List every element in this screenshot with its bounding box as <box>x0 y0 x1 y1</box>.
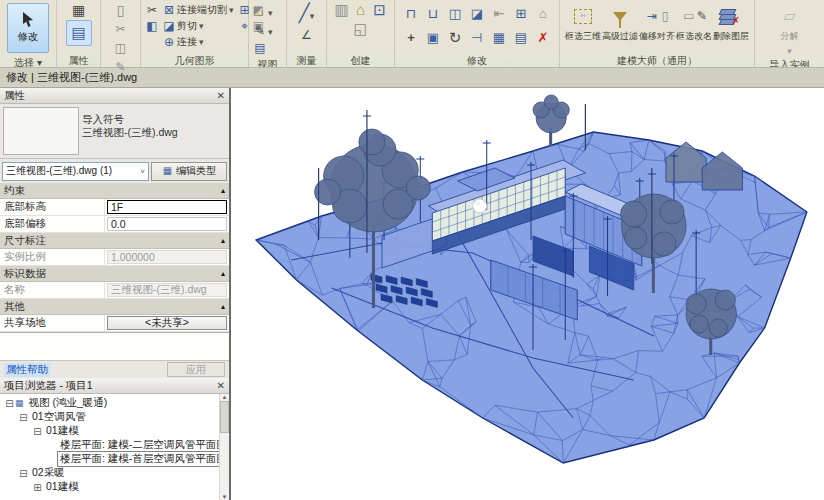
explode-button[interactable]: ▱ 分解 ▾ <box>771 2 808 56</box>
array-icon[interactable]: ⊞ <box>513 6 529 22</box>
import-instance-group-label[interactable]: 导入实例 <box>755 58 824 67</box>
mirror-icon[interactable]: ▦ <box>491 30 507 46</box>
tree-expander-icon[interactable]: ⊟ <box>18 412 29 423</box>
tree-expander-icon[interactable]: ⊟ <box>32 426 43 437</box>
collapse-caret-icon[interactable]: ▴ <box>221 302 225 311</box>
edit-type-button[interactable]: ▦ 编辑类型 <box>151 162 227 181</box>
ribbon-group-master: ◦◦ 框选三维 高级过滤 ⇥▯ 偏移对齐 ▭✎ 框选改名 ✗ 删除图层 建模大师… <box>560 0 755 67</box>
properties-header[interactable]: 属性 ✕ <box>0 88 229 104</box>
move-icon[interactable]: + <box>403 30 419 46</box>
pin-icon[interactable]: ◫ <box>447 6 463 22</box>
material-cubes-icon[interactable]: ▦ <box>71 2 87 18</box>
tree-item[interactable]: ⊟▦视图 (鸿业_暖通) <box>0 396 229 410</box>
geometry-menu-cut[interactable]: ◪剪切▾ <box>163 18 234 34</box>
master-group-label[interactable]: 建模大师（通用） <box>560 54 754 67</box>
scroll-up-icon[interactable]: ▲ <box>222 394 228 400</box>
linework-icon[interactable]: ✎▾ <box>252 21 273 39</box>
geometry-group-label[interactable]: 几何图形 <box>141 54 248 67</box>
tree-scrollbar[interactable]: ▲ ▼ <box>219 394 229 500</box>
properties-palette-icon[interactable]: ▤ <box>66 20 92 46</box>
tree-item-label: 楼层平面: 建模-首层空调风管平面图 <box>57 451 229 467</box>
modify-button-label: 修改 <box>18 30 38 44</box>
offset-icon[interactable]: ▤ <box>513 30 529 46</box>
thin-lines-icon[interactable]: ▤ <box>252 40 268 56</box>
create-group-label[interactable]: 创建 <box>327 54 394 67</box>
select-group-label[interactable]: 选择 ▾ <box>0 56 56 67</box>
modify-group-label[interactable]: 修改 <box>395 54 559 67</box>
unpin-icon[interactable]: ◪ <box>469 6 485 22</box>
property-section[interactable]: 其他▴ <box>0 299 229 315</box>
wall-join-icon[interactable]: ⊓ <box>403 6 419 22</box>
close-icon[interactable]: ✕ <box>217 380 225 391</box>
views-icon: ▦ <box>15 398 24 408</box>
rotate-icon[interactable]: ↻ <box>447 30 463 46</box>
trim-icon[interactable]: ⊣ <box>469 30 485 46</box>
measure-group-label[interactable]: 测量 <box>287 54 326 67</box>
property-section[interactable]: 约束▴ <box>0 183 229 199</box>
cursor-icon <box>22 12 35 28</box>
visibility-icon[interactable]: ☼▾ <box>252 2 273 20</box>
geometry-menu-join[interactable]: ⊕连接▾ <box>163 34 234 50</box>
tree-item[interactable]: 楼层平面: 建模-首层空调风管平面图 <box>0 452 229 466</box>
property-grid: 约束▴底部标高1F底部偏移0.0尺寸标注▴实例比例1.000000标识数据▴名称… <box>0 183 229 333</box>
beam-join-icon[interactable]: ⊔ <box>425 6 441 22</box>
tree-item[interactable]: ⊟02采暖 <box>0 466 229 480</box>
tree-item[interactable]: 楼层平面: 建模-二层空调风管平面图 <box>0 438 229 452</box>
collapse-caret-icon[interactable]: ▴ <box>221 236 225 245</box>
collapse-caret-icon[interactable]: ▴ <box>221 186 225 195</box>
collapse-caret-icon[interactable]: ▴ <box>221 269 225 278</box>
box-select-3d-icon: ◦◦ <box>574 5 592 27</box>
paint-icon[interactable]: ◧ <box>144 18 160 34</box>
modify-button[interactable]: 修改 <box>7 3 49 53</box>
measure-icon[interactable]: ╱▾ <box>299 2 314 24</box>
properties-group-label[interactable]: 属性 <box>57 54 100 67</box>
scale-icon[interactable]: ⌂ <box>535 6 551 22</box>
property-section-label: 标识数据 <box>4 267 46 281</box>
property-label: 实例比例 <box>0 249 105 265</box>
property-label: 名称 <box>0 282 105 298</box>
create-similar-icon[interactable]: ⊡ <box>372 2 388 18</box>
copy-icon[interactable]: ◫ <box>113 40 129 56</box>
tree-expander-icon[interactable]: ⊟ <box>4 398 15 409</box>
property-value[interactable]: 1F <box>107 200 227 214</box>
cope-icon[interactable]: ✂ <box>144 2 160 18</box>
create-group-icon[interactable]: ⌂ <box>353 2 369 18</box>
geometry-menu-cut-joined[interactable]: ⊠连接端切割▾ <box>163 2 234 18</box>
project-browser-title: 项目浏览器 - 项目1 <box>4 379 93 393</box>
angle-dimension-icon[interactable]: ∠ <box>299 27 315 43</box>
project-browser-header[interactable]: 项目浏览器 - 项目1 ✕ <box>0 378 229 394</box>
tree-expander-icon[interactable]: ⊞ <box>32 482 43 493</box>
delete-icon[interactable]: ✗ <box>535 30 551 46</box>
left-dock: 属性 ✕ 导入符号 三维视图-(三维).dwg 三维视图-(三维).dwg (1… <box>0 88 231 500</box>
tree-item[interactable]: ⊞01建模 <box>0 480 229 494</box>
view-group-label[interactable]: 视图 <box>249 58 286 67</box>
type-selector[interactable]: 三维视图-(三维).dwg (1) ˅ <box>2 162 149 181</box>
property-section[interactable]: 尺寸标注▴ <box>0 233 229 249</box>
scroll-down-icon[interactable]: ▼ <box>222 494 228 500</box>
align-icon[interactable]: ⇤ <box>491 6 507 22</box>
property-section-label: 其他 <box>4 300 25 314</box>
scroll-thumb[interactable] <box>220 401 229 433</box>
legend-component-icon[interactable]: ▥ <box>334 2 350 18</box>
tree-item[interactable]: ⊟01建模 <box>0 424 229 438</box>
close-icon[interactable]: ✕ <box>217 90 225 101</box>
dropdown-icon: ▾ <box>199 18 204 34</box>
box-rename-button[interactable]: ▭✎ 框选改名 <box>676 2 713 43</box>
tree-item[interactable]: ⊟01空调风管 <box>0 410 229 424</box>
tree-expander-icon[interactable]: ⊟ <box>18 468 29 479</box>
select-arrow-icon: ▾ <box>37 57 42 67</box>
box-select-3d-button[interactable]: ◦◦ 框选三维 <box>565 2 602 43</box>
properties-help-link[interactable]: 属性帮助 <box>4 363 50 377</box>
paste-icon[interactable]: ▯ <box>113 2 129 18</box>
copy-move-icon[interactable]: ▣ <box>425 30 441 46</box>
delete-layer-button[interactable]: ✗ 删除图层 <box>713 2 750 43</box>
cut-icon[interactable]: ✂ <box>113 21 129 37</box>
offset-align-button[interactable]: ⇥▯ 偏移对齐 <box>639 2 676 43</box>
property-value[interactable]: 0.0 <box>107 217 227 231</box>
advanced-filter-button[interactable]: 高级过滤 <box>602 2 639 43</box>
property-value-button[interactable]: <未共享> <box>107 316 227 330</box>
insert-component-icon[interactable]: ◱ <box>353 21 369 37</box>
drawing-area[interactable] <box>231 88 824 500</box>
apply-button[interactable]: 应用 <box>167 362 225 377</box>
property-section[interactable]: 标识数据▴ <box>0 266 229 282</box>
